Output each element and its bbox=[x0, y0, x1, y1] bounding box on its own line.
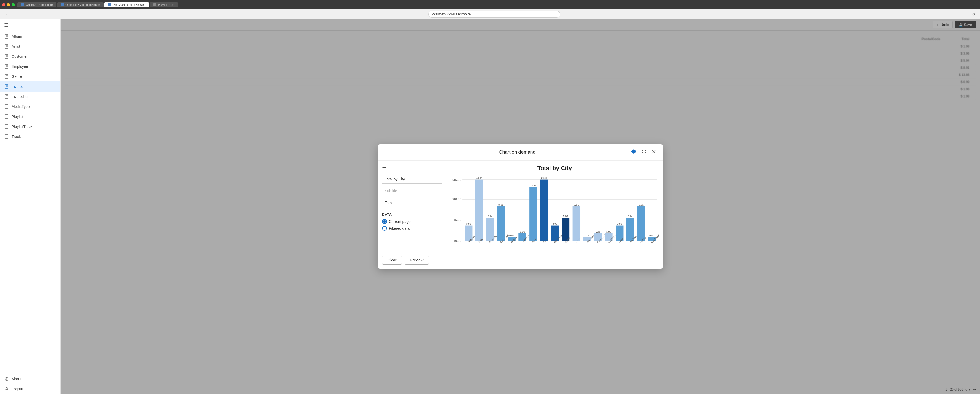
employee-icon bbox=[4, 64, 9, 69]
browser-tab-bar: Ontimize Yaml Editor Ontimize & ApiLogic… bbox=[0, 0, 980, 10]
modal-expand-button[interactable] bbox=[640, 148, 648, 156]
back-button[interactable]: ‹ bbox=[3, 11, 10, 17]
svg-rect-22 bbox=[5, 125, 8, 129]
modal-settings-button[interactable] bbox=[630, 148, 638, 156]
browser-nav: ‹ › localhost:4299/main/Invoice ↻ bbox=[0, 10, 980, 19]
svg-text:$10.00: $10.00 bbox=[452, 197, 461, 201]
chart-title-input[interactable] bbox=[382, 175, 442, 184]
clear-button[interactable]: Clear bbox=[382, 256, 402, 265]
genre-icon bbox=[4, 74, 9, 79]
radio-filtered-data[interactable]: Filtered data bbox=[382, 226, 442, 231]
browser-tab-3[interactable]: Pie Chart | Ontimize Web bbox=[104, 2, 149, 7]
panel-buttons: Clear Preview bbox=[382, 256, 442, 265]
mediatype-icon bbox=[4, 104, 9, 109]
svg-text:15.84: 15.84 bbox=[541, 176, 547, 180]
track-icon bbox=[4, 134, 9, 139]
modal-body: ☰ DATA Current page bbox=[378, 160, 663, 269]
svg-text:5.94: 5.94 bbox=[488, 214, 492, 218]
hamburger-menu-icon[interactable]: ☰ bbox=[4, 22, 8, 28]
tab-favicon-3 bbox=[108, 3, 111, 6]
tab-favicon-2 bbox=[61, 3, 64, 6]
customer-icon bbox=[4, 54, 9, 59]
svg-text:3.96: 3.96 bbox=[466, 222, 471, 225]
svg-text:0.99: 0.99 bbox=[585, 234, 589, 237]
sidebar-item-customer[interactable]: Customer bbox=[0, 51, 60, 62]
tab-favicon-1 bbox=[21, 3, 24, 6]
svg-rect-56 bbox=[540, 180, 548, 241]
svg-text:8.91: 8.91 bbox=[638, 203, 643, 206]
maximize-traffic-light[interactable] bbox=[12, 3, 15, 6]
data-label: DATA bbox=[382, 213, 442, 216]
tab-favicon-4 bbox=[153, 3, 156, 6]
modal-header: Chart on demand bbox=[378, 144, 663, 160]
preview-button[interactable]: Preview bbox=[404, 256, 429, 265]
svg-rect-20 bbox=[5, 105, 8, 108]
reload-button[interactable]: ↻ bbox=[970, 11, 977, 17]
modal-header-actions bbox=[630, 148, 657, 156]
browser-tab-2[interactable]: Ontimize & ApiLogicServer bbox=[57, 2, 104, 7]
svg-rect-13 bbox=[5, 75, 8, 78]
sidebar: ☰ Album Artist Customer Employee bbox=[0, 19, 61, 394]
invoice-icon bbox=[4, 84, 9, 89]
sidebar-item-album[interactable]: Album bbox=[0, 32, 60, 41]
invoiceitem-icon bbox=[4, 94, 9, 99]
svg-rect-21 bbox=[5, 115, 8, 118]
close-traffic-light[interactable] bbox=[2, 3, 5, 6]
browser-tab-4[interactable]: PlaylistTrack bbox=[150, 2, 178, 7]
chart-column-input[interactable] bbox=[382, 199, 442, 207]
chart-on-demand-modal: Chart on demand bbox=[378, 144, 663, 269]
sidebar-item-playlisttrack[interactable]: PlaylistTrack bbox=[0, 122, 60, 132]
modal-close-button[interactable] bbox=[650, 148, 657, 156]
radio-current-page-indicator bbox=[382, 219, 387, 224]
chart-panel: Total by City $15.00 $10.00 $5.00 $0.00 bbox=[447, 160, 663, 269]
sidebar-item-about[interactable]: i About bbox=[0, 374, 60, 384]
modal-backdrop: Chart on demand bbox=[61, 19, 980, 394]
svg-rect-65 bbox=[573, 207, 580, 241]
browser-chrome: Ontimize Yaml Editor Ontimize & ApiLogic… bbox=[0, 0, 980, 19]
svg-rect-38 bbox=[476, 180, 483, 241]
svg-text:$5.00: $5.00 bbox=[453, 218, 461, 221]
svg-text:15.84: 15.84 bbox=[476, 176, 483, 180]
sidebar-item-track[interactable]: Track bbox=[0, 132, 60, 141]
chart-subtitle-input[interactable] bbox=[382, 187, 442, 195]
svg-point-26 bbox=[6, 388, 7, 389]
address-bar[interactable]: localhost:4299/main/Invoice bbox=[428, 11, 560, 17]
radio-current-page[interactable]: Current page bbox=[382, 219, 442, 224]
sidebar-footer: i About Logout bbox=[0, 374, 60, 394]
sidebar-item-invoice[interactable]: Invoice bbox=[0, 81, 60, 92]
sidebar-item-playlist[interactable]: Playlist bbox=[0, 111, 60, 122]
logout-icon bbox=[4, 387, 9, 391]
main-content: ↩ Undo 💾 Save PostalCode Total $ 1.98$ 3… bbox=[61, 19, 980, 394]
svg-text:1.98: 1.98 bbox=[606, 230, 611, 233]
artist-icon bbox=[4, 44, 9, 49]
svg-text:1.98: 1.98 bbox=[520, 230, 525, 233]
svg-text:$0.00: $0.00 bbox=[453, 239, 461, 242]
sidebar-item-employee[interactable]: Employee bbox=[0, 62, 60, 71]
svg-text:5.94: 5.94 bbox=[563, 214, 568, 218]
forward-button[interactable]: › bbox=[12, 11, 18, 17]
panel-menu-icon[interactable]: ☰ bbox=[382, 165, 442, 171]
svg-rect-83 bbox=[637, 207, 645, 241]
sidebar-item-mediatype[interactable]: MediaType bbox=[0, 102, 60, 111]
playlist-icon bbox=[4, 114, 9, 119]
sidebar-item-artist[interactable]: Artist bbox=[0, 41, 60, 51]
traffic-lights bbox=[2, 3, 15, 6]
about-icon: i bbox=[4, 377, 9, 381]
svg-text:0.99: 0.99 bbox=[649, 234, 654, 237]
svg-rect-23 bbox=[5, 135, 8, 138]
sidebar-item-logout[interactable]: Logout bbox=[0, 384, 60, 394]
radio-filtered-data-indicator bbox=[382, 226, 387, 231]
browser-tab-1[interactable]: Ontimize Yaml Editor bbox=[18, 2, 56, 7]
minimize-traffic-light[interactable] bbox=[7, 3, 10, 6]
app-container: ☰ Album Artist Customer Employee bbox=[0, 19, 980, 394]
chart-display-title: Total by City bbox=[451, 165, 659, 172]
svg-text:8.91: 8.91 bbox=[498, 203, 503, 206]
svg-rect-53 bbox=[529, 187, 537, 241]
svg-text:$15.00: $15.00 bbox=[452, 178, 461, 181]
svg-text:i: i bbox=[6, 378, 7, 381]
svg-text:3.96: 3.96 bbox=[617, 222, 622, 225]
album-icon bbox=[4, 34, 9, 39]
sidebar-item-genre[interactable]: Genre bbox=[0, 71, 60, 81]
data-section: DATA Current page Filtered data bbox=[382, 213, 442, 233]
sidebar-item-invoiceitem[interactable]: InvoiceItem bbox=[0, 92, 60, 102]
